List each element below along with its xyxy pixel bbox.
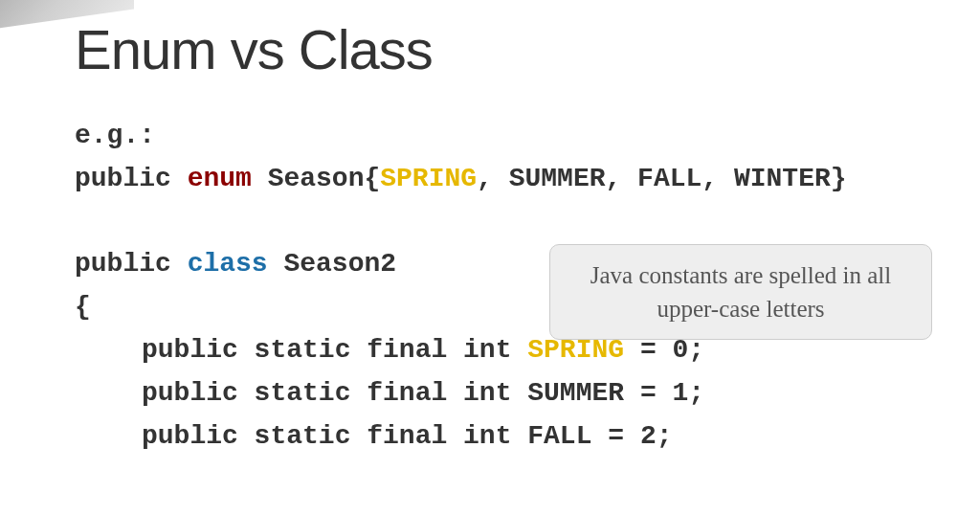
blank-line — [75, 201, 980, 244]
enum-declaration: public enum Season{SPRING, SUMMER, FALL,… — [75, 158, 980, 201]
constant-summer: public static final int SUMMER = 1; — [142, 372, 980, 415]
class-after-kw: Season2 — [268, 249, 396, 279]
enum-rest: , SUMMER, FALL, WINTER} — [477, 164, 846, 193]
enum-spring: SPRING — [380, 164, 477, 193]
class-prefix: public — [75, 249, 188, 279]
eg-label: e.g.: — [75, 115, 980, 158]
enum-keyword: enum — [188, 164, 252, 193]
slide-title: Enum vs Class — [75, 17, 980, 81]
constant-fall: public static final int FALL = 2; — [142, 415, 980, 459]
const-line1-prefix: public static final int — [142, 335, 527, 365]
enum-prefix: public — [75, 164, 188, 193]
class-keyword: class — [188, 249, 268, 279]
callout-note: Java constants are spelled in all upper-… — [549, 244, 932, 340]
enum-after-kw: Season{ — [252, 164, 380, 193]
